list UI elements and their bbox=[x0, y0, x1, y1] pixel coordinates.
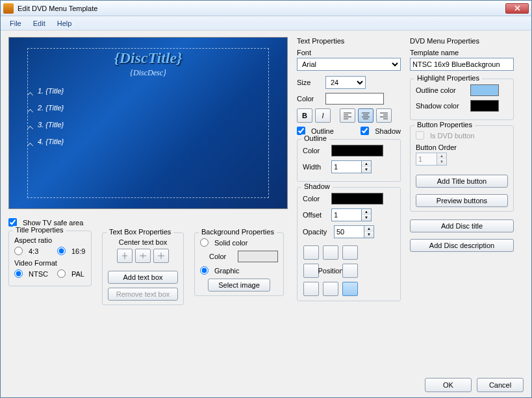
center-vertical-button[interactable] bbox=[135, 249, 151, 263]
menu-file[interactable]: File bbox=[5, 18, 27, 29]
is-dvd-button-checkbox bbox=[416, 131, 424, 140]
center-h-icon bbox=[121, 252, 129, 260]
menu-help[interactable]: Help bbox=[52, 18, 77, 29]
position-bl[interactable] bbox=[303, 282, 319, 296]
preview-buttons-button[interactable]: Preview buttons bbox=[416, 194, 508, 207]
solid-color-radio[interactable] bbox=[200, 238, 209, 247]
remove-text-box-button[interactable]: Remove text box bbox=[108, 288, 178, 301]
position-tc[interactable] bbox=[323, 245, 338, 260]
position-tr[interactable] bbox=[342, 245, 358, 260]
align-right-icon bbox=[379, 112, 388, 119]
button-properties-group: Button Properties Is DVD button Button O… bbox=[410, 125, 514, 212]
center-both-button[interactable] bbox=[153, 249, 169, 263]
bold-button[interactable]: B bbox=[297, 108, 312, 123]
center-v-icon bbox=[139, 252, 147, 260]
close-icon bbox=[514, 5, 520, 11]
position-bc[interactable] bbox=[323, 282, 338, 296]
position-br[interactable] bbox=[342, 282, 358, 296]
add-title-button[interactable]: Add Title button bbox=[416, 175, 508, 188]
title-properties-group: Title Properties Aspect ratio 4:3 16:9 V… bbox=[8, 230, 92, 286]
text-color-swatch[interactable] bbox=[325, 93, 384, 105]
add-disc-description-button[interactable]: Add Disc description bbox=[410, 239, 514, 252]
align-right-button[interactable] bbox=[376, 108, 392, 123]
graphic-radio[interactable] bbox=[200, 266, 209, 275]
dialog-edit-dvd-menu-template: Edit DVD Menu Template File Edit Help {D… bbox=[0, 0, 532, 398]
aspect-ratio-label: Aspect ratio bbox=[14, 236, 86, 244]
shadow-offset-spinner[interactable]: ▲▼ bbox=[331, 208, 372, 221]
center-both-icon bbox=[157, 252, 165, 260]
tv-safe-area-overlay bbox=[27, 48, 269, 198]
shadow-checkbox[interactable] bbox=[361, 127, 369, 135]
align-center-icon bbox=[361, 112, 370, 119]
add-text-box-button[interactable]: Add text box bbox=[108, 271, 178, 284]
outline-color-swatch[interactable] bbox=[331, 145, 383, 156]
align-left-button[interactable] bbox=[340, 108, 355, 123]
button-order-spinner: ▲▼ bbox=[416, 153, 508, 166]
pal-radio[interactable] bbox=[57, 269, 66, 278]
background-properties-group: Background Properties Solid color Color … bbox=[194, 232, 284, 296]
center-text-box-label: Center text box bbox=[108, 238, 178, 246]
shadow-opacity-spinner[interactable]: ▲▼ bbox=[334, 225, 374, 238]
highlight-shadow-color-swatch[interactable] bbox=[470, 100, 499, 112]
app-icon bbox=[3, 3, 14, 14]
close-button[interactable] bbox=[505, 3, 529, 14]
font-label: Font bbox=[297, 49, 401, 56]
outline-group: Outline Color Width ▲▼ bbox=[297, 139, 401, 182]
video-format-label: Video Format bbox=[14, 259, 86, 267]
shadow-position-grid: Position bbox=[303, 245, 359, 297]
button-order-label: Button Order bbox=[416, 143, 508, 151]
text-properties-heading: Text Properties bbox=[297, 37, 401, 45]
template-name-input[interactable] bbox=[410, 58, 514, 71]
font-select[interactable]: Arial bbox=[297, 58, 401, 71]
ntsc-radio[interactable] bbox=[14, 269, 23, 278]
position-mr[interactable] bbox=[342, 264, 358, 278]
add-disc-title-button[interactable]: Add Disc title bbox=[410, 219, 514, 232]
center-horizontal-button[interactable] bbox=[117, 249, 133, 263]
template-name-label: Template name bbox=[410, 49, 514, 56]
show-tv-safe-label: Show TV safe area bbox=[23, 219, 83, 227]
spinner-up-icon[interactable]: ▲ bbox=[362, 161, 371, 167]
shadow-group: Shadow Color Offset ▲▼ Opacity ▲▼ Positi… bbox=[297, 187, 401, 301]
dvd-menu-properties-heading: DVD Menu Properties bbox=[410, 37, 514, 45]
text-box-properties-group: Text Box Properties Center text box Add … bbox=[102, 232, 184, 305]
aspect-43-radio[interactable] bbox=[14, 247, 23, 255]
dialog-footer: OK Cancel bbox=[1, 373, 531, 397]
position-tl[interactable] bbox=[303, 245, 319, 260]
align-left-icon bbox=[343, 112, 352, 119]
select-image-button[interactable]: Select image bbox=[208, 279, 270, 292]
aspect-169-radio[interactable] bbox=[57, 247, 66, 255]
size-select[interactable]: 24 bbox=[325, 76, 366, 89]
spinner-down-icon[interactable]: ▼ bbox=[362, 167, 371, 173]
align-center-button[interactable] bbox=[358, 108, 374, 123]
menu-edit[interactable]: Edit bbox=[28, 18, 51, 29]
shadow-color-swatch[interactable] bbox=[331, 193, 383, 205]
bg-color-swatch[interactable] bbox=[238, 251, 278, 262]
highlight-properties-group: Highlight Properties Outline color Shado… bbox=[410, 79, 514, 120]
position-ml[interactable] bbox=[303, 264, 319, 278]
cancel-button[interactable]: Cancel bbox=[477, 378, 524, 392]
italic-button[interactable]: I bbox=[315, 108, 331, 123]
titlebar: Edit DVD Menu Template bbox=[1, 1, 531, 16]
menu-preview[interactable]: {DiscTitle} {DiscDesc} 1. {Title} 2. {Ti… bbox=[8, 37, 288, 209]
highlight-outline-color-swatch[interactable] bbox=[470, 84, 499, 96]
outline-width-spinner[interactable]: ▲▼ bbox=[331, 160, 372, 173]
window-title: Edit DVD Menu Template bbox=[18, 5, 505, 12]
ok-button[interactable]: OK bbox=[425, 378, 472, 392]
menubar: File Edit Help bbox=[1, 16, 531, 31]
